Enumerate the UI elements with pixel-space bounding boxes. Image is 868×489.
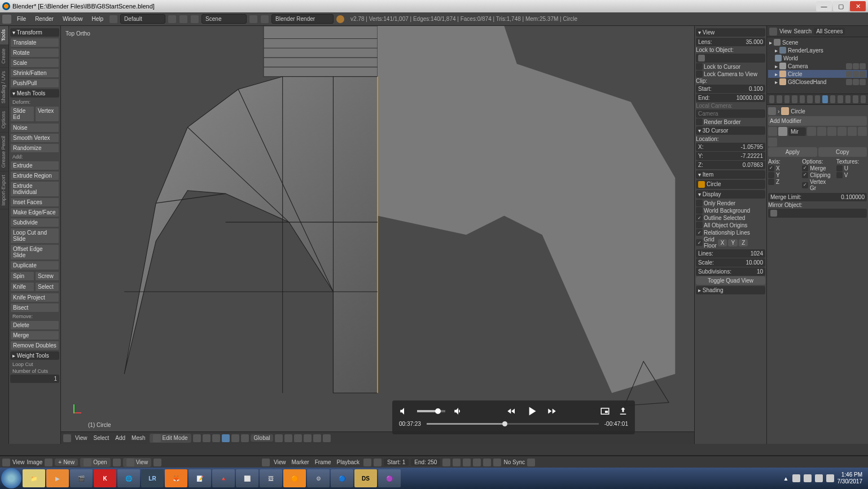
merge-button[interactable]: Merge [10,331,59,340]
pushpull-button[interactable]: Push/Pull [10,78,59,88]
ctx-scene-icon[interactable] [792,95,797,103]
allorigins-checkbox[interactable] [696,222,703,228]
play-rev-icon[interactable] [463,459,471,466]
shade-solid-icon[interactable] [193,434,201,442]
tray-icon1[interactable] [792,474,800,482]
propedit-icon[interactable] [294,434,302,442]
uv-menu-view[interactable]: View [12,459,25,465]
ctx-constraint-icon[interactable] [815,95,820,103]
editor-type-icon[interactable] [2,15,11,24]
vp-menu-view[interactable]: View [73,435,90,441]
editor-type-icon[interactable] [769,28,777,36]
uv-channel-icon[interactable] [154,459,161,466]
play-icon[interactable] [524,404,539,418]
layout-dropdown[interactable]: Default [120,14,165,24]
next-key-icon[interactable] [483,459,491,466]
copy-button[interactable]: Copy [818,147,867,157]
taskbar-app4[interactable]: ⬜ [236,469,258,487]
tl-menu-marker[interactable]: Marker [290,459,311,465]
taskbar-blender[interactable]: 🟠 [283,469,306,487]
tab-create[interactable]: Create [0,45,8,68]
mod-editmode-icon[interactable] [827,127,836,136]
vis-icon[interactable] [846,79,852,85]
grid-y-toggle[interactable]: Y [728,239,738,246]
taskbar-app8[interactable]: 🟣 [378,469,401,487]
bisect-button[interactable]: Bisect [10,303,59,312]
vertexgr-checkbox[interactable] [802,182,808,188]
cursor-y-field[interactable]: Y:-7.22221 [696,152,765,160]
taskbar-chrome[interactable]: 🌐 [117,469,140,487]
image-browse-icon[interactable] [45,459,52,466]
knife-button[interactable]: Knife [10,282,34,292]
update-icon[interactable] [336,15,344,23]
start-button[interactable] [1,468,21,488]
pivot-icon[interactable] [203,434,211,442]
tex-u-checkbox[interactable] [836,165,843,171]
snap-type-icon[interactable] [313,434,321,442]
slideedge-button[interactable]: Slide Ed [10,106,34,122]
tab-shading[interactable]: Shading / UVs [0,68,8,108]
engine-dropdown[interactable]: Blender Render [271,14,334,24]
selmode-face-icon[interactable] [231,434,239,442]
extruderegion-button[interactable]: Extrude Region [10,171,59,180]
editor-type-icon[interactable] [769,95,774,103]
mod-cage-icon[interactable] [838,127,847,136]
jump-end-icon[interactable] [493,459,501,466]
mod-render-icon[interactable] [807,127,816,136]
makeedge-button[interactable]: Make Edge/Face [10,208,59,217]
ctx-world-icon[interactable] [800,95,805,103]
taskbar-app1[interactable]: 🎬 [70,469,93,487]
transform-header[interactable]: ▾ Transform [10,28,59,37]
mod-down-icon[interactable] [858,127,867,136]
mod-delete-icon[interactable] [768,138,777,147]
ctx-object-icon[interactable] [807,95,812,103]
ctx-texture-icon[interactable] [845,95,851,103]
frame-end-field[interactable]: End: 250 [411,459,440,466]
clipping-checkbox[interactable] [802,172,808,178]
ol-hand[interactable]: ▸G8ClosedHand [768,78,867,86]
autokey-icon[interactable] [363,459,371,466]
picture-in-picture-icon[interactable] [600,406,610,416]
outliner-view[interactable]: View [779,28,792,34]
frame-start-field[interactable]: Start: 1 [384,459,409,466]
ctx-modifier-icon[interactable] [822,95,827,103]
cuts-field[interactable]: 1 [10,375,59,383]
cursor-z-field[interactable]: Z:0.07863 [696,161,765,169]
mod-display-icon[interactable] [817,127,826,136]
taskbar-k[interactable]: K [94,469,116,487]
renderborder-checkbox[interactable] [696,118,703,125]
sync-dropdown[interactable]: No Sync [503,459,525,465]
view-panel-header[interactable]: ▾ View [696,28,765,37]
tray-network-icon[interactable] [815,474,823,482]
vp-menu-add[interactable]: Add [113,435,128,441]
layout-browse-icon[interactable] [109,15,117,23]
grid-z-toggle[interactable]: Z [739,239,748,246]
removedoubles-button[interactable]: Remove Doubles [10,341,59,350]
mute-icon[interactable] [453,406,463,416]
apply-button[interactable]: Apply [768,147,817,157]
axis-y-checkbox[interactable] [768,172,774,178]
sel-icon[interactable] [853,63,859,69]
ren-icon[interactable] [860,71,866,77]
ren-icon[interactable] [860,79,866,85]
editor-type-icon[interactable] [2,459,10,466]
tray-chevron-icon[interactable]: ▲ [783,475,789,482]
volume-slider[interactable] [417,410,445,412]
render-opengl-icon[interactable] [323,434,331,442]
tray-volume-icon[interactable] [826,474,834,482]
outliner-tree[interactable]: ▸Scene ▸RenderLayers World ▸Camera ▸Circ… [767,37,868,94]
close-button[interactable]: ✕ [850,1,866,11]
clipend-field[interactable]: End:10000.000 [696,94,765,102]
outliner-search[interactable]: Search [794,28,812,34]
shrink-button[interactable]: Shrink/Fatten [10,68,59,78]
minimize-button[interactable]: — [816,1,832,11]
outliner-scope[interactable]: All Scenes [814,28,845,35]
taskbar-app5[interactable]: 🖼 [260,469,282,487]
outline-checkbox[interactable] [696,214,703,221]
duplicate-button[interactable]: Duplicate [10,261,59,270]
vis-icon[interactable] [846,71,852,77]
ol-world[interactable]: World [768,54,867,62]
modname-field[interactable]: Mir [788,127,806,136]
vertex-button[interactable]: Vertex [35,106,59,122]
worldbg-checkbox[interactable] [696,207,703,214]
